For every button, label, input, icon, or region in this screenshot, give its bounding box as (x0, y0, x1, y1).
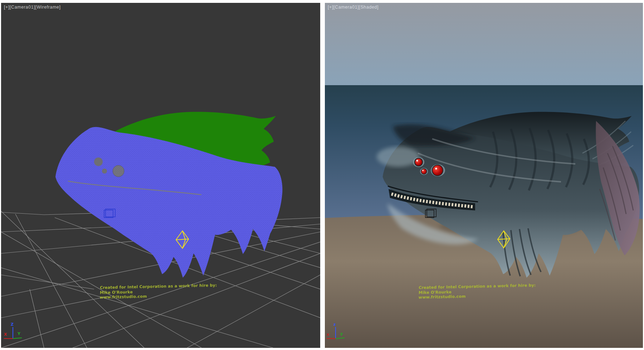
red-eye (415, 159, 422, 166)
watermark-text: Created for Intel Corporation as a work … (100, 283, 217, 300)
viewport-shaded[interactable]: [+][Camera01][Shaded] (325, 3, 643, 348)
axis-x-label: x (327, 332, 329, 337)
fish-eye-spot (94, 157, 103, 166)
sky (325, 3, 643, 85)
eye-highlight (416, 160, 418, 162)
viewport-label-shaded[interactable]: [+][Camera01][Shaded] (328, 5, 379, 10)
viewport-label-wireframe[interactable]: [+][Camera01][Wireframe] (4, 5, 61, 10)
red-eye (421, 169, 426, 174)
dual-viewport-canvas: [+][Camera01][Wireframe] (0, 0, 644, 350)
axis-x-label: X (4, 332, 7, 337)
axis-y-label: y (340, 331, 343, 336)
watermark-text: Created for Intel Corporation as a work … (419, 283, 536, 300)
viewport-wireframe[interactable]: [+][Camera01][Wireframe] (1, 3, 320, 348)
eye-highlight (422, 170, 424, 171)
axis-z-label: Z (11, 322, 14, 327)
axis-tripod-icon: Z X Y (4, 322, 22, 339)
eye-highlight (435, 167, 437, 169)
axis-z-label: z (333, 322, 336, 327)
fish-eye-spot (102, 169, 107, 174)
red-eye (433, 165, 443, 175)
eye-stipple (113, 165, 124, 177)
axis-y-label: Y (17, 331, 21, 336)
